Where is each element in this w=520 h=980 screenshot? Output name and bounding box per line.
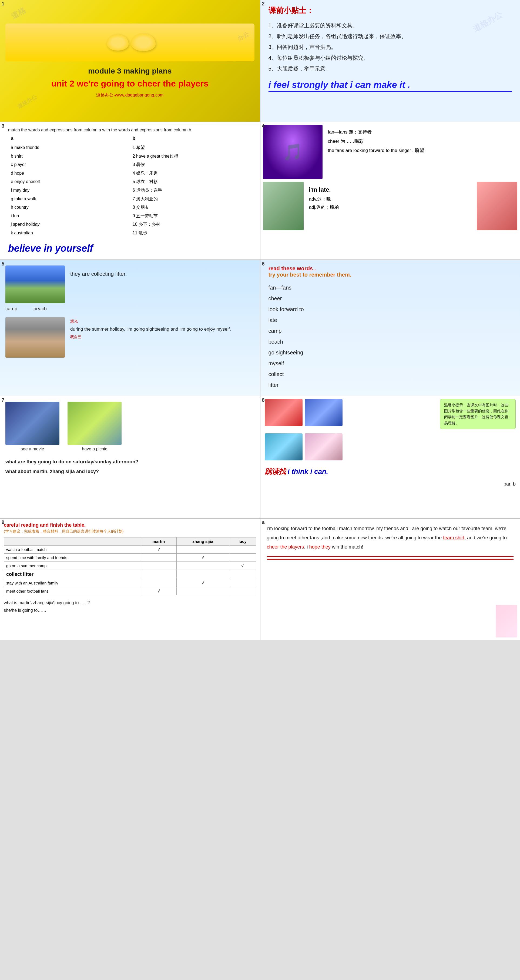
th-zhang: zhang sijia — [176, 537, 229, 545]
par-b-label: par. b — [265, 481, 516, 487]
table-header-row: martin zhang sijia lucy — [4, 537, 256, 545]
team-shirt-underline: team shirt — [443, 535, 465, 541]
instructions-text: match the words and expressions from col… — [8, 127, 252, 132]
cell-9: 9 careful reading and finish the table. … — [0, 519, 260, 640]
hope-strikethrough: hope they — [309, 544, 331, 550]
photo-blue-1 — [305, 399, 342, 426]
col-b-item-9: 10 乡下；乡村 — [133, 220, 249, 229]
col-b-item-7: 8 交朋友 — [133, 203, 249, 212]
cell-7: 7 see a movie have a picnic what are the… — [0, 396, 260, 518]
th-activity — [4, 537, 141, 545]
question-1: what is martin\ zhang sijia\lucy going t… — [4, 599, 256, 607]
vocab-cheer: cheer 为……喝彩 — [328, 137, 515, 146]
myself-note: 我自己 — [70, 334, 231, 340]
photo-beach2 — [265, 433, 303, 460]
cell8-top: 温馨小提示：当课文中有图片时，这些图片常包含一些重要的信息，因此在你阅读前一定要… — [265, 399, 516, 429]
corner-decoration — [496, 605, 517, 638]
zhang-litter — [176, 570, 229, 579]
table-row-bold: collect litter — [4, 570, 256, 579]
tip-4: 4、每位组员积极参与小组的讨论与探究。 — [268, 52, 512, 63]
photo-collage — [265, 399, 438, 429]
cell-number-6: 6 — [262, 261, 265, 267]
column-b: b 1 希望 2 have a great time过得 3 暑假 4 娱乐；乐… — [130, 136, 252, 237]
activity-watch: watch a football match — [4, 545, 141, 554]
table-row: go on a summer camp √ — [4, 562, 256, 570]
activity-meet: meet other football fans — [4, 587, 141, 595]
cell-5: 5 camp beach they are collecting litter.… — [0, 260, 260, 396]
red-underline-1 — [267, 556, 514, 557]
martin-family — [141, 554, 176, 562]
th-lucy: lucy — [229, 537, 256, 545]
photo-red-1 — [265, 399, 303, 426]
picnic-image — [68, 402, 122, 445]
question-2: she/he is going to…… — [4, 607, 256, 614]
late-vocab: i'm late. adv.迟；晚 adj.迟的；晚的 — [306, 182, 474, 230]
photo-row-1 — [265, 399, 438, 426]
remember-title: try your best to remember them. — [268, 272, 512, 278]
match-table: a a make friends b shirt c player d hope… — [8, 136, 252, 237]
cell-number-7: 7 — [2, 398, 4, 403]
vocab-fans-forward: the fans are looking forward to the sing… — [328, 146, 515, 155]
tip-5: 5、大胆质疑，举手示意。 — [268, 63, 512, 74]
col-b-item-6: 7 澳大利亚的 — [133, 195, 249, 203]
table-row: stay with an Australian family √ — [4, 579, 256, 587]
read-words-title: read these words . — [268, 266, 512, 272]
col-b-header: b — [133, 136, 249, 141]
skim-title: 跳读找 i think i can. — [265, 467, 328, 476]
activity-litter: collect litter — [4, 570, 141, 579]
question-2: what about martin, zhang sijia and lucy? — [5, 467, 254, 476]
col-b-item-0: 1 希望 — [133, 143, 249, 152]
martin-litter — [141, 570, 176, 579]
word-8: collect — [268, 369, 512, 380]
col-a-item-0: a make friends — [11, 143, 127, 152]
activity-table: martin zhang sijia lucy watch a football… — [4, 537, 256, 595]
col-a-item-4: e enjoy oneself — [11, 177, 127, 186]
movie-label: see a movie — [5, 447, 59, 452]
tip-3: 3、回答问题时，声音洪亮。 — [268, 41, 512, 52]
tip-list: 1、准备好课堂上必要的资料和文具。 2、听到老师发出任务，各组员迅速行动起来，保… — [268, 20, 512, 74]
skim-subtitle: i think i can. — [288, 468, 328, 476]
cell-number-9: 9 — [2, 520, 4, 525]
cell-2: 2 道格办公 课前小贴士： 1、准备好课堂上必要的资料和文具。 2、听到老师发出… — [260, 0, 520, 122]
cheer-strikethrough: cheer the players — [267, 544, 304, 550]
col-b-item-5: 6 运动员；选手 — [133, 186, 249, 195]
cell4-bottom-section: i'm late. adv.迟；晚 adj.迟的；晚的 — [263, 182, 518, 230]
zhang-watch — [176, 545, 229, 554]
table-title: careful reading and finish the table. — [4, 522, 256, 528]
late-text: i'm late. — [309, 185, 472, 195]
person-image — [263, 182, 304, 230]
photo-girl — [305, 433, 342, 460]
vocabulary-section: fan—fans 迷；支持者 cheer 为……喝彩 the fans are … — [325, 125, 518, 179]
movie-section: see a movie — [5, 402, 59, 452]
lemon-1 — [107, 34, 128, 51]
believe-text: believe in yourself — [8, 243, 252, 254]
sightseeing-text-main: during the summer holiday, i'm going sig… — [70, 325, 231, 334]
tip-1: 1、准备好课堂上必要的资料和文具。 — [268, 20, 512, 31]
lucy-australian — [229, 579, 256, 587]
tip-box: 温馨小提示：当课文中有图片时，这些图片常包含一些重要的信息，因此在你阅读前一定要… — [440, 399, 516, 429]
cell-10: a i'm looking forward to the football ma… — [260, 519, 520, 640]
activity-images: see a movie have a picnic — [5, 402, 254, 452]
tip-title: 课前小贴士： — [268, 5, 512, 16]
camp-beach-labels: camp beach — [5, 306, 65, 312]
col-a-item-3: d hope — [11, 169, 127, 178]
col-a-item-7: h country — [11, 203, 127, 212]
martin-australian — [141, 579, 176, 587]
martin-camp — [141, 562, 176, 570]
camp-label: camp — [5, 306, 17, 312]
lucy-litter — [229, 570, 256, 579]
picnic-section: have a picnic — [68, 402, 122, 452]
word-3: late — [268, 315, 512, 326]
col-b-item-10: 11 散步 — [133, 229, 249, 237]
cell-4: 4 fan—fans 迷；支持者 cheer 为……喝彩 the fans ar… — [260, 122, 520, 259]
corner-image — [477, 182, 517, 230]
word-6: go sightseeing — [268, 347, 512, 358]
bottom-questions: what is martin\ zhang sijia\lucy going t… — [4, 599, 256, 615]
tip-2: 2、听到老师发出任务，各组员迅速行动起来，保证效率。 — [268, 31, 512, 41]
skim-section: 跳读找 i think i can. — [265, 467, 516, 476]
passage-text: i'm looking forward to the football matc… — [267, 524, 514, 552]
col-a-item-9: j spend holiday — [11, 220, 127, 229]
zhang-australian: √ — [176, 579, 229, 587]
word-0: fan—fans — [268, 282, 512, 293]
movie-image — [5, 402, 59, 445]
